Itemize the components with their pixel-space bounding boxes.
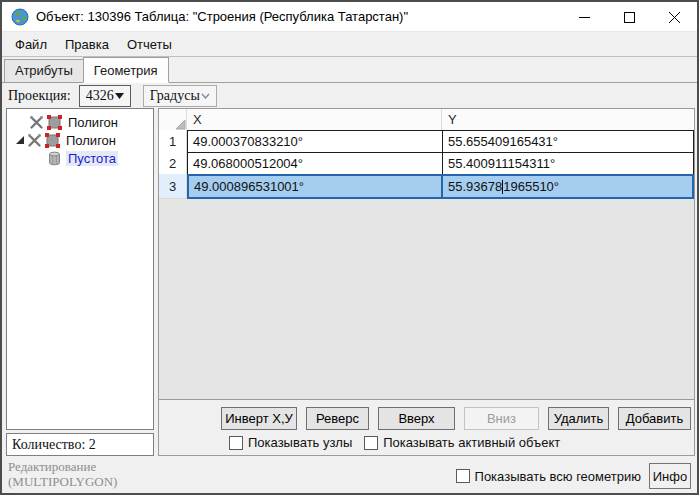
move-up-button[interactable]: Вверх	[378, 407, 455, 430]
tree-item-label: Пустота	[66, 151, 118, 166]
maximize-button[interactable]	[607, 2, 652, 32]
count-label: Количество: 2	[6, 433, 154, 456]
tree-item-polygon-1[interactable]: Полигон	[7, 113, 153, 131]
tree-item-label: Полигон	[66, 115, 120, 130]
window-title: Объект: 130396 Таблица: "Строения (Респу…	[36, 9, 408, 24]
tree-item-void[interactable]: Пустота	[7, 149, 153, 167]
tree-item-label: Полигон	[64, 133, 118, 148]
edit-tools-icon	[27, 115, 45, 130]
reverse-button[interactable]: Реверс	[306, 407, 369, 430]
status-geometry-type: (MULTIPOLYGON)	[8, 474, 117, 489]
polygon-icon	[45, 115, 63, 130]
column-header-x[interactable]: X	[187, 109, 442, 130]
row-number[interactable]: 3	[159, 174, 187, 199]
table-header: X Y	[159, 109, 694, 131]
geometry-tree: Полигон Полигон Пустота	[6, 108, 154, 430]
cell-x[interactable]: 49.068000512004°	[187, 152, 443, 175]
show-nodes-checkbox[interactable]: Показывать узлы	[229, 435, 352, 450]
cell-y[interactable]: 55.400911154311°	[442, 152, 694, 175]
checkbox-box[interactable]	[229, 436, 243, 450]
status-text: Редактирование (MULTIPOLYGON)	[8, 459, 117, 489]
globe-icon	[11, 8, 29, 26]
minimize-button[interactable]	[562, 2, 607, 32]
chevron-down-icon	[201, 93, 210, 99]
cell-y-editing[interactable]: 55.936781965510°	[441, 174, 694, 199]
row-number[interactable]: 1	[159, 130, 187, 153]
cylinder-icon	[45, 151, 63, 166]
column-header-y[interactable]: Y	[442, 109, 694, 130]
table-row[interactable]: 1 49.000370833210° 55.655409165431°	[159, 130, 694, 153]
status-mode: Редактирование	[8, 459, 117, 474]
edit-tools-icon	[25, 133, 43, 148]
cell-x[interactable]: 49.000370833210°	[187, 130, 443, 153]
cell-y-text-after: 1965510°	[503, 179, 559, 194]
sort-corner-icon[interactable]	[159, 109, 187, 130]
polygon-icon	[43, 133, 61, 148]
close-button[interactable]	[652, 2, 697, 32]
checkbox-label: Показывать активный объект	[383, 435, 560, 450]
app-window: Объект: 130396 Таблица: "Строения (Респу…	[0, 0, 699, 495]
move-down-button-disabled: Вниз	[464, 407, 539, 430]
row-number[interactable]: 2	[159, 152, 187, 175]
tab-geometry[interactable]: Геометрия	[83, 57, 169, 83]
table-row[interactable]: 2 49.068000512004° 55.400911154311°	[159, 152, 694, 175]
invert-xy-button[interactable]: Инверт Х,У	[221, 407, 297, 430]
cell-x[interactable]: 49.000896531001°	[187, 174, 443, 199]
units-select[interactable]: Градусы	[143, 85, 217, 107]
projection-toolbar: Проекция: 4326 Градусы	[2, 83, 697, 108]
coordinates-panel: X Y 1 49.000370833210° 55.655409165431° …	[158, 108, 695, 456]
delete-button[interactable]: Удалить	[548, 407, 609, 430]
show-active-object-checkbox[interactable]: Показывать активный объект	[364, 435, 560, 450]
menu-edit[interactable]: Правка	[56, 34, 118, 55]
projection-label: Проекция:	[8, 88, 71, 104]
show-all-geometry-checkbox[interactable]: Показывать всю геометрию	[456, 469, 641, 484]
tab-strip: Атрибуты Геометрия	[2, 58, 697, 83]
add-button[interactable]: Добавить	[618, 407, 691, 430]
cell-y[interactable]: 55.655409165431°	[442, 130, 694, 153]
title-bar: Объект: 130396 Таблица: "Строения (Респу…	[2, 2, 697, 32]
units-value: Градусы	[150, 88, 200, 104]
table-row-selected[interactable]: 3 49.000896531001° 55.936781965510°	[159, 174, 694, 199]
checkbox-box[interactable]	[456, 469, 470, 483]
tab-attributes[interactable]: Атрибуты	[4, 59, 84, 83]
info-button[interactable]: Инфо	[649, 463, 691, 489]
menu-bar: Файл Правка Отчеты	[2, 32, 697, 57]
checkbox-box[interactable]	[364, 436, 378, 450]
menu-file[interactable]: Файл	[6, 34, 56, 55]
dropdown-arrow-icon	[115, 93, 124, 99]
table-actions-bar: Инверт Х,У Реверс Вверх Вниз Удалить Доб…	[159, 399, 694, 455]
projection-select[interactable]: 4326	[79, 85, 131, 107]
checkbox-label: Показывать всю геометрию	[475, 469, 641, 484]
menu-reports[interactable]: Отчеты	[118, 34, 181, 55]
cell-y-text-before: 55.93678	[448, 179, 502, 194]
checkbox-label: Показывать узлы	[248, 435, 352, 450]
projection-value: 4326	[86, 88, 114, 104]
tree-item-polygon-2[interactable]: Полигон	[7, 131, 153, 149]
